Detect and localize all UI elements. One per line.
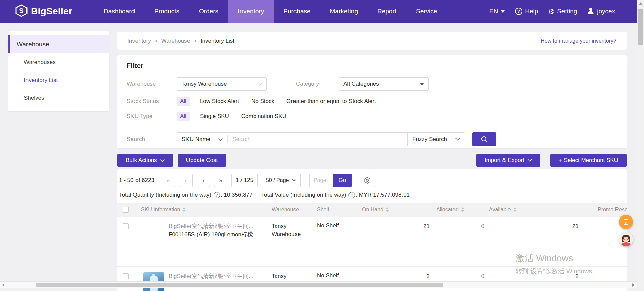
bulk-actions-button[interactable]: Bulk Actions <box>117 154 173 167</box>
total-value-value: : MYR 17,577,098.01 <box>356 192 410 198</box>
top-navbar: S BigSeller Dashboard Products Orders In… <box>0 0 637 23</box>
search-compound-box: SKU Name <box>177 132 408 146</box>
search-icon <box>481 136 488 143</box>
warehouse-filter-label: Warehouse <box>127 81 177 87</box>
bigseller-logo[interactable]: S BigSeller <box>15 4 72 18</box>
last-page-button[interactable]: » <box>214 174 227 187</box>
go-button[interactable]: Go <box>333 174 352 187</box>
breadcrumb-separator: > <box>155 38 158 44</box>
header-sku-information[interactable]: SKU Information <box>141 207 180 213</box>
sidebar-item-shelves[interactable]: Shelves <box>8 89 109 107</box>
product-image-placeholder <box>143 222 164 243</box>
select-merchant-sku-button[interactable]: + Select Merchant SKU <box>550 154 627 167</box>
search-field-select[interactable]: SKU Name <box>177 136 227 143</box>
scrollbar-corner <box>637 281 644 291</box>
sidebar-group-warehouse[interactable]: Warehouse <box>8 35 109 53</box>
inventory-table-panel: 1 - 50 of 6223 « ‹ › » 1 / 125 50 / Page… <box>117 169 627 291</box>
help-button[interactable]: ? Help <box>515 8 538 15</box>
warehouse-select[interactable]: Tansy Warehouse <box>177 77 267 91</box>
setting-button[interactable]: ⚙ Setting <box>548 8 577 15</box>
scroll-right-arrow-icon[interactable] <box>632 283 635 287</box>
breadcrumb-inventory[interactable]: Inventory <box>127 38 151 44</box>
nav-item-report[interactable]: Report <box>368 0 406 23</box>
total-quantity-label: Total Quantity (Including on the way) <box>119 192 211 198</box>
chevron-down-icon <box>257 83 262 86</box>
horizontal-scrollbar[interactable] <box>0 281 637 288</box>
next-page-button[interactable]: › <box>197 174 210 187</box>
stock-status-option-low[interactable]: Low Stock Alert <box>200 98 239 105</box>
total-quantity: Total Quantity (Including on the way) ? … <box>119 192 253 198</box>
question-circle-icon[interactable]: ? <box>348 192 355 198</box>
breadcrumb-warehouse[interactable]: Warehouse <box>161 38 190 44</box>
header-allocated[interactable]: Allocated <box>436 207 459 213</box>
first-page-button[interactable]: « <box>162 174 175 187</box>
scroll-left-arrow-icon[interactable] <box>2 283 4 287</box>
total-value: Total Value (Including on the way) ? : M… <box>261 192 410 198</box>
stock-status-option-gte-alert[interactable]: Greater than or equal to Stock Alert <box>286 98 376 105</box>
feedback-fab-button[interactable] <box>619 215 633 229</box>
column-settings-icon <box>364 177 371 184</box>
import-export-button[interactable]: Import & Export <box>476 154 540 167</box>
search-button[interactable] <box>472 132 496 146</box>
sku-type-option-single[interactable]: Single SKU <box>200 113 229 120</box>
language-label: EN <box>489 8 498 15</box>
customer-service-fab-button[interactable] <box>619 232 633 246</box>
sidebar-item-warehouses[interactable]: Warehouses <box>8 53 109 71</box>
product-name-link[interactable]: BigSeller空气清新剂卧室卫生间... <box>169 272 255 280</box>
page-size-select[interactable]: 50 / Page <box>262 174 301 187</box>
manage-inventory-help-link[interactable]: How to manage your inventory? <box>541 38 616 44</box>
stock-status-option-all[interactable]: All <box>177 97 190 106</box>
header-available[interactable]: Available <box>489 207 511 213</box>
chevron-down-icon <box>292 179 296 182</box>
header-on-hand[interactable]: On Hand <box>362 207 383 213</box>
row-on-hand: 2 <box>427 272 430 280</box>
nav-item-purchase[interactable]: Purchase <box>274 0 320 23</box>
filter-title: Filter <box>127 62 617 70</box>
sort-icon[interactable] <box>461 207 464 212</box>
horizontal-scrollbar-thumb[interactable] <box>36 283 443 287</box>
warehouse-select-value: Tansy Warehouse <box>181 81 227 87</box>
sort-icon[interactable] <box>513 207 517 212</box>
sidebar-item-inventory-list[interactable]: Inventory List <box>8 71 109 89</box>
stock-status-option-nostock[interactable]: No Stock <box>251 98 274 105</box>
total-value-label: Total Value (Including on the way) <box>261 192 346 198</box>
breadcrumb-current: Inventory List <box>201 38 234 44</box>
vertical-scrollbar[interactable] <box>637 0 644 291</box>
nav-item-marketing[interactable]: Marketing <box>320 0 368 23</box>
user-menu[interactable]: joycex... <box>587 7 621 16</box>
table-settings-button[interactable] <box>360 174 375 187</box>
nav-item-products[interactable]: Products <box>145 0 189 23</box>
select-all-checkbox[interactable] <box>123 207 129 213</box>
nav-item-dashboard[interactable]: Dashboard <box>94 0 145 23</box>
caret-down-icon <box>420 83 424 85</box>
row-allocated: 0 <box>481 222 484 230</box>
update-cost-label: Update Cost <box>186 157 218 164</box>
language-selector[interactable]: EN <box>489 8 505 15</box>
goto-page-input[interactable] <box>309 174 333 187</box>
sku-type-option-combination[interactable]: Combination SKU <box>241 113 286 120</box>
question-circle-icon[interactable]: ? <box>214 192 220 198</box>
sku-type-option-all[interactable]: All <box>177 112 190 121</box>
nav-item-service[interactable]: Service <box>406 0 447 23</box>
scroll-up-arrow-icon[interactable] <box>639 2 643 5</box>
nav-item-orders[interactable]: Orders <box>189 0 228 23</box>
nav-item-inventory[interactable]: Inventory <box>228 0 274 23</box>
nav-right-controls: EN ? Help ⚙ Setting joycex... <box>489 7 621 16</box>
product-name-link[interactable]: BigSeller空气清新剂卧室卫生间... <box>169 222 253 230</box>
prev-page-button[interactable]: ‹ <box>179 174 193 187</box>
row-checkbox[interactable] <box>123 273 129 279</box>
vertical-scrollbar-thumb[interactable] <box>638 9 643 45</box>
search-input[interactable] <box>228 136 407 143</box>
import-export-label: Import & Export <box>485 157 524 164</box>
sort-icon[interactable] <box>182 207 186 212</box>
sort-icon[interactable] <box>386 207 389 212</box>
table-toolbar: Bulk Actions Update Cost Import & Export… <box>117 154 627 167</box>
category-select[interactable]: All Categories <box>339 77 429 91</box>
next-page-icon: › <box>202 177 204 184</box>
search-mode-select[interactable]: Fuzzy Search <box>407 132 465 146</box>
update-cost-button[interactable]: Update Cost <box>178 154 226 167</box>
gear-icon: ⚙ <box>548 8 554 15</box>
breadcrumb-separator: > <box>194 38 197 44</box>
header-promo-reserve[interactable]: Promo Reserve <box>598 207 627 213</box>
row-checkbox[interactable] <box>123 223 129 229</box>
